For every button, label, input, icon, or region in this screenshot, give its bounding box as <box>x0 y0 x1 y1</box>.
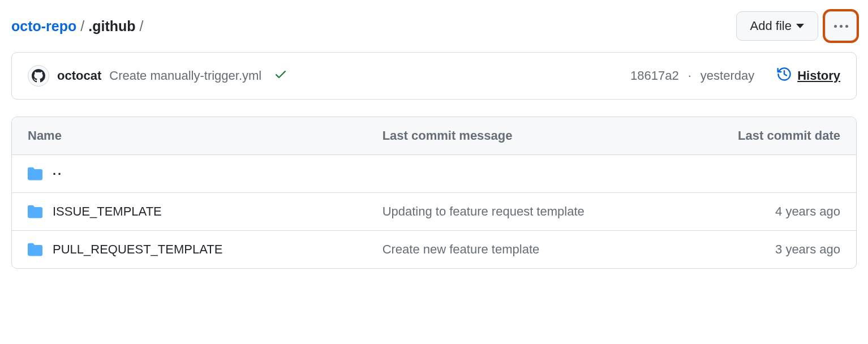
octocat-icon <box>32 69 45 83</box>
commit-message-cell[interactable]: Create new feature template <box>367 231 704 269</box>
history-link[interactable]: History <box>777 67 840 85</box>
commit-date-cell: 4 years ago <box>704 193 856 231</box>
check-icon[interactable] <box>274 67 287 84</box>
top-bar: octo-repo / .github / Add file <box>11 11 857 41</box>
caret-down-icon <box>796 24 804 28</box>
folder-icon <box>28 204 42 219</box>
table-row[interactable]: ISSUE_TEMPLATEUpdating to feature reques… <box>12 193 856 231</box>
more-options-button[interactable] <box>825 11 857 41</box>
column-header-date: Last commit date <box>704 117 856 155</box>
file-table: Name Last commit message Last commit dat… <box>12 117 856 268</box>
actions-group: Add file <box>736 11 857 41</box>
file-name-cell: ISSUE_TEMPLATE <box>28 204 351 219</box>
folder-icon <box>28 166 42 181</box>
file-table-container: Name Last commit message Last commit dat… <box>11 117 857 269</box>
history-icon <box>777 67 792 85</box>
commit-date-cell: 3 years ago <box>704 231 856 269</box>
commit-message[interactable]: Create manually-trigger.yml <box>109 68 261 83</box>
commit-message-cell <box>367 155 704 193</box>
breadcrumb-repo-link[interactable]: octo-repo <box>11 18 76 35</box>
dot-separator: · <box>687 68 693 83</box>
folder-icon <box>28 242 42 257</box>
breadcrumb: octo-repo / .github / <box>11 18 146 35</box>
commit-sha[interactable]: 18617a2 <box>630 68 679 83</box>
parent-directory-link[interactable]: .. <box>53 169 63 179</box>
commit-message-cell[interactable]: Updating to feature request template <box>367 193 704 231</box>
breadcrumb-separator-trailing: / <box>137 18 146 35</box>
history-label: History <box>797 68 840 83</box>
table-row[interactable]: .. <box>12 155 856 193</box>
add-file-button[interactable]: Add file <box>736 11 818 41</box>
commit-relative-time: yesterday <box>701 68 754 83</box>
commit-date-cell <box>704 155 856 193</box>
avatar[interactable] <box>28 65 49 87</box>
folder-name[interactable]: PULL_REQUEST_TEMPLATE <box>53 242 222 257</box>
file-name-cell: PULL_REQUEST_TEMPLATE <box>28 242 351 257</box>
column-header-name: Name <box>12 117 367 155</box>
folder-name[interactable]: ISSUE_TEMPLATE <box>53 204 162 219</box>
breadcrumb-current: .github <box>88 18 135 35</box>
latest-commit-box: octocat Create manually-trigger.yml 1861… <box>11 52 857 100</box>
table-row[interactable]: PULL_REQUEST_TEMPLATECreate new feature … <box>12 231 856 269</box>
commit-author[interactable]: octocat <box>57 68 101 83</box>
kebab-icon <box>834 25 848 28</box>
add-file-label: Add file <box>750 19 792 33</box>
column-header-message: Last commit message <box>367 117 704 155</box>
file-name-cell: .. <box>28 166 351 181</box>
breadcrumb-separator: / <box>78 18 87 35</box>
